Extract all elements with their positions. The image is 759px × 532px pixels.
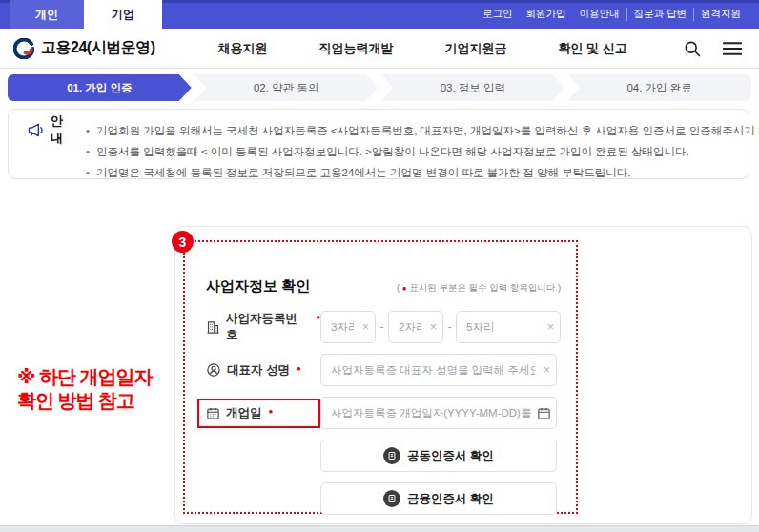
login-link[interactable]: 로그인 bbox=[476, 8, 520, 21]
biz-number-input-3[interactable] bbox=[456, 311, 561, 343]
gov-emblem-icon bbox=[13, 38, 34, 59]
form-title: 사업자정보 확인 bbox=[206, 277, 310, 296]
remote-support-link[interactable]: 원격지원 bbox=[693, 8, 748, 21]
person-icon bbox=[206, 362, 221, 378]
side-annotation-text: ※ 하단 개업일자 확인 방법 참고 bbox=[17, 365, 153, 413]
tab-business[interactable]: 기업 bbox=[84, 0, 162, 29]
notice-box: 안내 기업회원 가입을 위해서는 국세청 사업자등록증 <사업자등록번호, 대표… bbox=[8, 109, 749, 179]
tab-personal[interactable]: 개인 bbox=[10, 0, 84, 29]
step-3-info: 03. 정보 입력 bbox=[381, 74, 565, 101]
clear-icon[interactable]: × bbox=[430, 321, 437, 333]
guide-link[interactable]: 이용안내 bbox=[573, 8, 626, 21]
open-date-input[interactable] bbox=[320, 397, 557, 429]
dash-separator: - bbox=[443, 320, 456, 334]
notice-item: 기업회원 가입을 위해서는 국세청 사업자등록증 <사업자등록번호, 대표자명,… bbox=[86, 120, 759, 141]
calendar-icon bbox=[206, 406, 220, 420]
building-icon bbox=[206, 320, 220, 335]
megaphone-icon bbox=[28, 123, 44, 137]
search-icon[interactable] bbox=[683, 39, 702, 58]
nav-check-report[interactable]: 확인 및 신고 bbox=[558, 40, 626, 57]
clear-icon[interactable]: × bbox=[544, 364, 550, 376]
joint-certificate-button[interactable]: 공동인증서 확인 bbox=[320, 440, 557, 472]
certificate-icon bbox=[383, 490, 400, 507]
signup-link[interactable]: 회원가입 bbox=[520, 8, 573, 21]
biz-number-label: 사업자등록번호 ● bbox=[206, 311, 320, 343]
notice-title: 안내 bbox=[51, 113, 63, 147]
ceo-name-label: 대표자 성명 ● bbox=[206, 362, 320, 379]
menu-icon[interactable] bbox=[723, 41, 742, 56]
step-2-terms: 02. 약관 동의 bbox=[195, 74, 379, 101]
nav-employment-support[interactable]: 채용지원 bbox=[217, 40, 267, 57]
step-1-verify: 01. 가입 인증 bbox=[8, 74, 192, 101]
required-note: ( ● 표시된 부분은 필수 입력 항목입니다.) bbox=[397, 282, 559, 295]
signup-step-indicator: 01. 가입 인증 02. 약관 동의 03. 정보 입력 04. 가입 완료 bbox=[8, 74, 751, 101]
datepicker-icon[interactable] bbox=[537, 406, 551, 420]
global-nav: 채용지원 직업능력개발 기업지원금 확인 및 신고 bbox=[217, 40, 626, 57]
logo-text: 고용24(시범운영) bbox=[41, 38, 154, 58]
nav-vocational-dev[interactable]: 직업능력개발 bbox=[318, 40, 393, 57]
open-date-row: 개업일 ● bbox=[206, 397, 557, 429]
business-verify-card: 3 사업자정보 확인 ( ● 표시된 부분은 필수 입력 항목입니다.) 사업자… bbox=[174, 226, 752, 524]
finance-certificate-button[interactable]: 금융인증서 확인 bbox=[320, 482, 557, 515]
utility-links: 로그인 회원가입 이용안내 질문과 답변 원격지원 bbox=[476, 0, 759, 29]
footer-strip bbox=[0, 525, 759, 532]
certificate-icon bbox=[383, 447, 400, 464]
notice-list: 기업회원 가입을 위해서는 국세청 사업자등록증 <사업자등록번호, 대표자명,… bbox=[86, 120, 759, 178]
ceo-name-row: 대표자 성명 ● × bbox=[206, 354, 557, 386]
notice-item: 인증서를 입력했을때 < 이미 등록된 사업자정보입니다. >알림창이 나온다면… bbox=[86, 141, 759, 162]
required-marker: ● bbox=[269, 407, 274, 416]
site-logo[interactable]: 고용24(시범운영) bbox=[13, 38, 154, 59]
clear-icon[interactable]: × bbox=[547, 321, 554, 333]
notice-item: 기업명은 국세청에 등록된 정보로 저장되므로 고용24에서는 기업명 변경이 … bbox=[86, 162, 759, 183]
required-marker: ● bbox=[297, 364, 301, 373]
biz-number-row: 사업자등록번호 ● × - × - × bbox=[206, 311, 557, 343]
qna-link[interactable]: 질문과 답변 bbox=[626, 8, 693, 21]
annotation-step-badge: 3 bbox=[172, 231, 194, 253]
clear-icon[interactable]: × bbox=[362, 321, 369, 333]
open-date-label-highlighted: 개업일 ● bbox=[197, 399, 320, 428]
site-header: 고용24(시범운영) 채용지원 직업능력개발 기업지원금 확인 및 신고 bbox=[0, 29, 759, 69]
nav-company-subsidy[interactable]: 기업지원금 bbox=[444, 40, 506, 57]
dash-separator: - bbox=[376, 320, 388, 334]
ceo-name-input[interactable] bbox=[320, 354, 557, 386]
step-4-complete: 04. 가입 완료 bbox=[567, 74, 751, 101]
top-utility-bar: 개인 기업 로그인 회원가입 이용안내 질문과 답변 원격지원 bbox=[0, 0, 759, 29]
